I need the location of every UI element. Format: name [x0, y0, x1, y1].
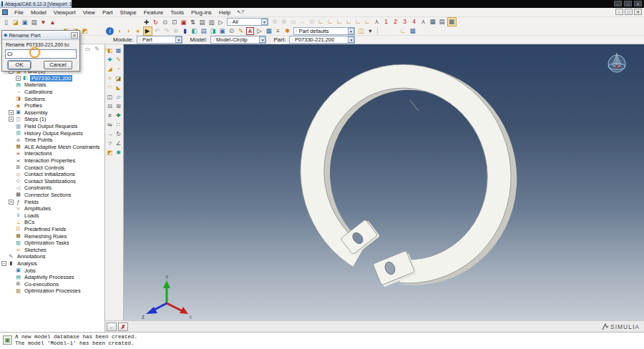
mirror-part-icon[interactable]: ⇋: [106, 121, 114, 129]
add-selected-icon[interactable]: ⊕: [280, 17, 288, 26]
ok-button[interactable]: OK: [8, 61, 31, 69]
tree-expander-icon[interactable]: +: [16, 76, 21, 81]
chamfer-icon[interactable]: ◣: [114, 84, 122, 92]
tree-item-contact-controls[interactable]: ⊞Contact Controls: [0, 164, 105, 171]
geometry-repair-icon[interactable]: ✚: [114, 112, 122, 120]
tree-expander-icon[interactable]: +: [9, 117, 14, 122]
viewport-canvas[interactable]: Y X Z: [124, 44, 644, 320]
tree-item-contact-initializations[interactable]: ◇Contact Initializations: [0, 171, 105, 178]
partial-ellipse2-icon[interactable]: ◗: [125, 26, 133, 35]
virtual-topology-icon[interactable]: #: [106, 112, 114, 120]
fit-view-icon[interactable]: ▣: [180, 18, 188, 26]
right-view-icon[interactable]: ∟: [364, 17, 372, 26]
top-view-icon[interactable]: ∟: [336, 17, 344, 26]
search-selection-icon[interactable]: ⊙: [308, 17, 316, 26]
menu-tools[interactable]: Tools: [167, 9, 187, 16]
color-cube-icon[interactable]: ◫: [357, 26, 366, 35]
tree-item-predefined-fields[interactable]: ⊡Predefined Fields: [0, 226, 105, 233]
display-group-remove-icon[interactable]: ▤: [200, 26, 208, 35]
tree-item-ale-constraints[interactable]: ▦ALE Adaptive Mesh Constraints: [0, 144, 105, 151]
tree-expander-icon[interactable]: +: [9, 110, 14, 115]
display-group-intersect-icon[interactable]: ◨: [209, 26, 218, 35]
model-select[interactable]: ↕ Model-Circlip ▼: [210, 36, 266, 44]
sketch-annotate-icon[interactable]: ✎: [237, 26, 245, 35]
tree-item-annotations[interactable]: ✎Annotations: [0, 253, 105, 260]
left-view-icon[interactable]: ∟: [354, 17, 363, 26]
user-view-2-button[interactable]: 2: [391, 17, 400, 26]
cancel-procedure-button[interactable]: ✗: [118, 323, 128, 331]
pick-entity-icon[interactable]: ▶: [143, 26, 152, 36]
replace-selected-icon[interactable]: ⊘: [270, 17, 279, 26]
partial-ellipse1-icon[interactable]: ◖: [115, 26, 124, 35]
tree-item-remeshing-rules[interactable]: ▦Remeshing Rules: [0, 232, 105, 240]
translate-icon[interactable]: →: [106, 130, 114, 139]
full-circle-icon[interactable]: ●: [134, 26, 142, 35]
tree-item-constraints[interactable]: ◁Constraints: [0, 185, 105, 192]
maximize-button[interactable]: □: [624, 1, 632, 6]
chevron-down-icon[interactable]: ▼: [348, 28, 354, 34]
solid-cube-icon[interactable]: ◩: [81, 26, 89, 35]
pattern-icon[interactable]: ∷: [114, 121, 122, 129]
user-view-1-button[interactable]: 1: [382, 17, 391, 26]
query-info-icon[interactable]: ?: [106, 139, 114, 148]
solid-revolve-icon[interactable]: ◔: [114, 65, 122, 74]
export-icon[interactable]: ▲: [49, 18, 57, 26]
menu-viewport[interactable]: Viewport: [50, 9, 79, 16]
render-shaded-icon[interactable]: ▩: [447, 17, 457, 26]
rotate-view-icon[interactable]: ↻: [152, 18, 160, 26]
bottom-view-icon[interactable]: ∟: [345, 17, 353, 26]
tree-expander-icon[interactable]: +: [9, 200, 14, 205]
tree-edit-icon[interactable]: ✎: [93, 45, 101, 53]
pan-view-icon[interactable]: ✚: [142, 18, 151, 26]
tree-item-interactions[interactable]: ≍Interactions: [0, 150, 105, 157]
dropdown-arrow-icon[interactable]: ▾: [366, 26, 375, 35]
tree-item-time-points[interactable]: ≣Time Points: [0, 137, 105, 144]
user-view-4-button[interactable]: 4: [410, 17, 419, 26]
measure-icon[interactable]: ∠: [114, 139, 122, 148]
tree-item-jobs[interactable]: ▣Jobs: [0, 267, 105, 274]
partition-cell-icon[interactable]: ◫: [106, 93, 114, 102]
part-select[interactable]: ↕ P07330-221,200 ▼: [289, 36, 355, 44]
select-cursor-icon[interactable]: ▷: [217, 18, 225, 26]
tree-item-optimization-processes[interactable]: ▧Optimization Processes: [0, 287, 105, 295]
partition-edge-icon[interactable]: ⊟: [106, 102, 114, 111]
new-model-icon[interactable]: ▯: [2, 18, 11, 26]
chevron-down-icon[interactable]: ▼: [175, 36, 182, 43]
text-annotation-icon[interactable]: A: [246, 27, 254, 35]
tree-item-loads[interactable]: ⇓Loads: [0, 212, 105, 219]
iso-view-icon[interactable]: ⋏: [373, 17, 381, 26]
dialog-close-icon[interactable]: ✕: [71, 32, 78, 39]
undo-icon[interactable]: ↶: [153, 26, 162, 35]
display-group-add-icon[interactable]: ◧: [190, 26, 199, 35]
tree-item-history-output[interactable]: ▥History Output Requests: [0, 129, 105, 137]
render-wireframe-icon[interactable]: ▦: [429, 17, 437, 26]
options-list-icon[interactable]: ≡: [274, 26, 283, 35]
arrow-annotation-icon[interactable]: ▷: [255, 26, 264, 35]
menu-help[interactable]: Help: [215, 9, 234, 16]
chevron-down-icon[interactable]: ▼: [348, 36, 354, 43]
front-view-icon[interactable]: ∟: [317, 17, 326, 26]
render-hidden-icon[interactable]: ▤: [438, 17, 447, 26]
user-view-3-button[interactable]: 3: [401, 17, 409, 26]
tree-item-calibrations[interactable]: ◔Calibrations: [0, 89, 105, 96]
viewport-system-icon[interactable]: [2, 9, 8, 15]
circlip-part[interactable]: [273, 44, 538, 310]
probe-icon[interactable]: ⊙: [228, 26, 236, 35]
edit-feature-icon[interactable]: ✎: [114, 56, 122, 64]
tree-bulb-icon[interactable]: ☼: [102, 45, 110, 53]
remove-selected-icon[interactable]: ▭: [289, 17, 298, 26]
redo-icon[interactable]: ↷: [162, 26, 171, 35]
tree-item-sections[interactable]: ◨Sections: [0, 95, 105, 102]
open-icon[interactable]: ◪: [11, 18, 20, 26]
module-select[interactable]: ↕ Part ▼: [137, 36, 182, 44]
tree-item-materials[interactable]: ▤Materials: [0, 82, 105, 89]
model-table-icon[interactable]: ▦: [409, 26, 417, 35]
create-datum-icon[interactable]: ✚: [106, 56, 114, 64]
datum-csys-icon[interactable]: ∟: [399, 26, 408, 35]
solid-sweep-icon[interactable]: ≈: [106, 74, 114, 83]
box-zoom-icon[interactable]: ⊡: [170, 18, 179, 26]
menu-file[interactable]: File: [11, 9, 27, 16]
dialog-title-bar[interactable]: ◆ Rename Part ✕: [2, 31, 79, 40]
tree-item-part-p07330[interactable]: +◧P07330-221,200: [0, 75, 105, 82]
menu-part[interactable]: Part: [99, 9, 117, 16]
